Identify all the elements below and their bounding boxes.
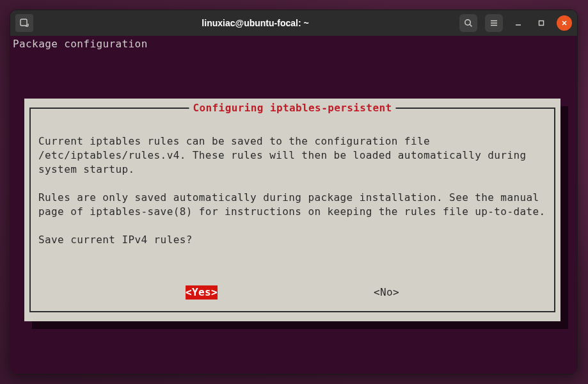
dialog-button-row: <Yes> <No> bbox=[31, 285, 554, 300]
svg-rect-7 bbox=[539, 21, 544, 26]
hamburger-icon bbox=[489, 18, 499, 28]
close-button[interactable] bbox=[557, 15, 572, 31]
window-title: linuxiac@ubuntu-focal: ~ bbox=[73, 18, 438, 28]
svg-line-2 bbox=[470, 24, 472, 26]
titlebar-right bbox=[438, 14, 572, 32]
page-heading: Package configuration bbox=[13, 37, 575, 51]
minimize-button[interactable] bbox=[511, 15, 526, 31]
dialog-question: Save current IPv4 rules? bbox=[38, 234, 193, 246]
svg-rect-0 bbox=[20, 19, 27, 26]
maximize-icon bbox=[537, 19, 545, 27]
dialog-title: Configuring iptables-persistent bbox=[189, 101, 395, 115]
desktop-background: linuxiac@ubuntu-focal: ~ bbox=[0, 0, 588, 384]
window-titlebar: linuxiac@ubuntu-focal: ~ bbox=[10, 10, 577, 36]
dialog-paragraph-2: Rules are only saved automatically durin… bbox=[38, 191, 546, 218]
dialog-content: Current iptables rules can be saved to t… bbox=[38, 120, 546, 276]
search-icon bbox=[463, 18, 473, 28]
search-button[interactable] bbox=[459, 14, 477, 32]
debconf-dialog: Configuring iptables-persistent Current … bbox=[24, 99, 560, 321]
dialog-paragraph-1: Current iptables rules can be saved to t… bbox=[38, 135, 533, 175]
menu-button[interactable] bbox=[485, 14, 503, 32]
svg-point-1 bbox=[465, 20, 470, 25]
minimize-icon bbox=[514, 19, 522, 27]
terminal-body[interactable]: Package configuration Configuring iptabl… bbox=[10, 36, 577, 374]
no-button[interactable]: <No> bbox=[374, 285, 399, 300]
maximize-button[interactable] bbox=[534, 15, 549, 31]
close-icon bbox=[560, 19, 568, 27]
terminal-window: linuxiac@ubuntu-focal: ~ bbox=[10, 10, 578, 374]
dialog-border: Configuring iptables-persistent Current … bbox=[29, 108, 555, 312]
titlebar-left bbox=[15, 14, 73, 32]
yes-button[interactable]: <Yes> bbox=[186, 285, 218, 300]
new-tab-button[interactable] bbox=[15, 14, 33, 32]
